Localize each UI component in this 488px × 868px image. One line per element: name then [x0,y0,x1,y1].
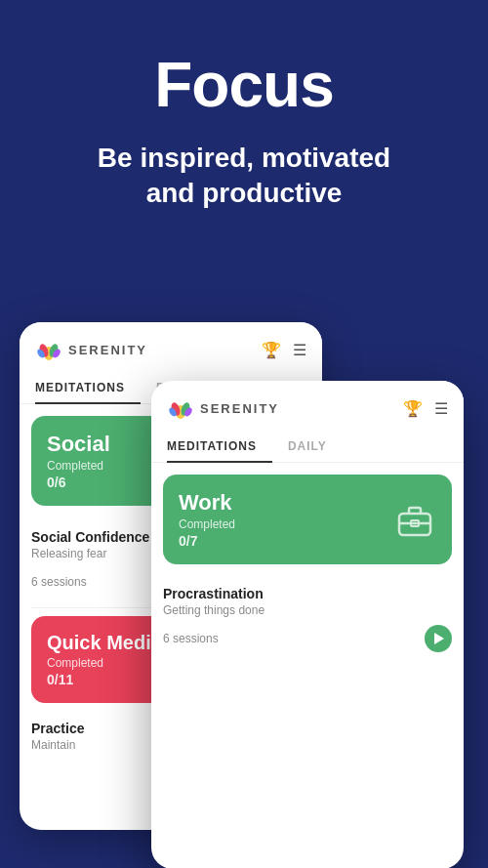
menu-icon-back[interactable]: ☰ [293,341,306,359]
hero-title: Focus [29,49,459,121]
front-card-header-icons: 🏆 ☰ [403,399,448,418]
trophy-icon-front[interactable]: 🏆 [403,399,423,418]
social-category-info: Social Completed 0/6 [47,432,110,490]
front-card-tabs: MEDITATIONS DAILY [151,432,464,463]
procrastination-sub: Getting things done [163,603,452,617]
social-confidence-count: 6 sessions [31,575,87,589]
procrastination-row: 6 sessions [163,625,452,652]
hero-subtitle: Be inspired, motivatedand productive [29,141,459,212]
menu-icon-front[interactable]: ☰ [434,399,448,418]
work-category-info: Work Completed 0/7 [179,490,235,549]
work-category-card[interactable]: Work Completed 0/7 [163,475,452,564]
quick-medita-sub: Completed [47,656,168,670]
procrastination-title: Procrastination [163,586,452,601]
front-card-app-name: SERENITY [200,401,279,416]
back-card-logo: SERENITY [35,336,147,363]
lotus-icon-back [35,336,62,363]
procrastination-count: 6 sessions [163,632,219,645]
back-card-app-name: SERENITY [68,343,147,357]
back-card-header-icons: 🏆 ☰ [262,341,306,359]
quick-medita-title: Quick Medita [47,632,168,654]
trophy-icon-back[interactable]: 🏆 [262,341,281,359]
front-card-logo: SERENITY [167,394,279,422]
work-category-count: 0/7 [179,533,235,549]
lotus-icon-front [167,394,194,422]
briefcase-icon [393,498,436,541]
procrastination-session: Procrastination Getting things done 6 se… [163,576,452,662]
social-category-count: 0/6 [47,475,110,490]
work-category-sub: Completed [179,517,235,531]
back-card-header: SERENITY 🏆 ☰ [20,322,322,373]
quick-medita-count: 0/11 [47,672,168,687]
hero-section: Focus Be inspired, motivatedand producti… [0,0,488,241]
tab-meditations-back[interactable]: MEDITATIONS [35,373,141,404]
front-card: SERENITY 🏆 ☰ MEDITATIONS DAILY Work Comp… [151,381,464,868]
tab-daily-front[interactable]: DAILY [288,432,343,462]
social-category-sub: Completed [47,459,110,473]
procrastination-play[interactable] [425,625,452,652]
play-triangle-procrastination [434,633,444,644]
cards-area: SERENITY 🏆 ☰ MEDITATIONS DAILY Social Co… [0,322,488,868]
quick-medita-info: Quick Medita Completed 0/11 [47,632,168,687]
social-category-title: Social [47,432,110,457]
front-card-header: SERENITY 🏆 ☰ [151,381,464,432]
tab-meditations-front[interactable]: MEDITATIONS [167,432,272,463]
work-category-title: Work [179,490,235,516]
